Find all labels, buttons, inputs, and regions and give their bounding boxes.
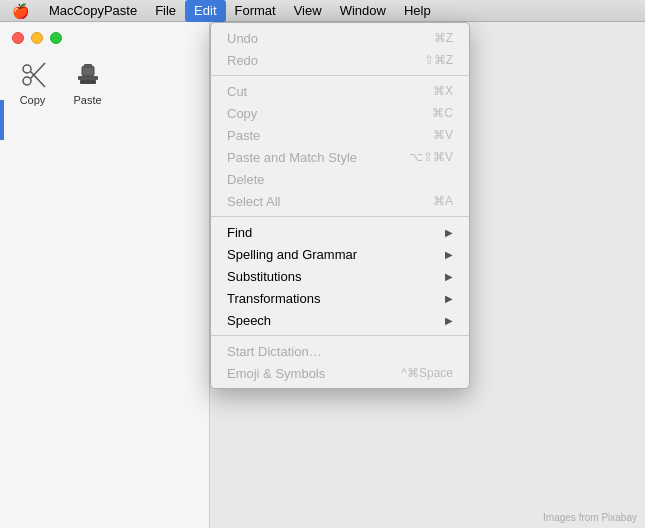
copy-tool[interactable]: Copy [10,59,55,106]
paste-match-label: Paste and Match Style [227,150,357,165]
spelling-label: Spelling and Grammar [227,247,357,262]
menu-item-select-all[interactable]: Select All ⌘A [211,190,469,212]
transformations-arrow: ▶ [445,293,453,304]
paste-label: Paste [227,128,260,143]
paste-match-shortcut: ⌥⇧⌘V [409,150,453,164]
maximize-button[interactable] [50,32,62,44]
menubar-edit[interactable]: Edit [185,0,225,22]
menu-item-substitutions[interactable]: Substitutions ▶ [211,265,469,287]
menu-item-redo[interactable]: Redo ⇧⌘Z [211,49,469,71]
menubar-format[interactable]: Format [226,0,285,22]
separator-1 [211,75,469,76]
menu-item-find[interactable]: Find ▶ [211,221,469,243]
menu-item-emoji[interactable]: Emoji & Symbols ^⌘Space [211,362,469,384]
menu-item-speech[interactable]: Speech ▶ [211,309,469,331]
speech-arrow: ▶ [445,315,453,326]
spelling-arrow: ▶ [445,249,453,260]
paste-label: Paste [73,94,101,106]
transformations-label: Transformations [227,291,320,306]
svg-line-3 [30,63,45,79]
menu-item-undo[interactable]: Undo ⌘Z [211,27,469,49]
speech-label: Speech [227,313,271,328]
menubar-file[interactable]: File [146,0,185,22]
redo-shortcut: ⇧⌘Z [424,53,453,67]
copy-label: Copy [227,106,257,121]
selection-indicator [0,100,4,140]
svg-point-1 [23,65,31,73]
separator-2 [211,216,469,217]
toolbar: Copy Paste [0,54,209,111]
menu-item-spelling[interactable]: Spelling and Grammar ▶ [211,243,469,265]
app-window: Copy Paste [0,22,210,528]
separator-3 [211,335,469,336]
svg-rect-4 [78,76,98,80]
substitutions-label: Substitutions [227,269,301,284]
emoji-shortcut: ^⌘Space [401,366,453,380]
traffic-lights [0,22,209,54]
dictation-label: Start Dictation… [227,344,322,359]
select-all-shortcut: ⌘A [433,194,453,208]
cut-label: Cut [227,84,247,99]
svg-line-2 [30,72,45,88]
menubar-help[interactable]: Help [395,0,440,22]
delete-label: Delete [227,172,265,187]
menubar-app[interactable]: MacCopyPaste [40,0,146,22]
paste-shortcut: ⌘V [433,128,453,142]
menubar-view[interactable]: View [285,0,331,22]
minimize-button[interactable] [31,32,43,44]
find-label: Find [227,225,252,240]
apple-menu[interactable]: 🍎 [0,3,40,19]
menu-item-delete[interactable]: Delete [211,168,469,190]
menu-item-paste[interactable]: Paste ⌘V [211,124,469,146]
menu-item-dictation[interactable]: Start Dictation… [211,340,469,362]
svg-rect-5 [80,80,96,84]
svg-point-0 [23,77,31,85]
close-button[interactable] [12,32,24,44]
menubar-window[interactable]: Window [331,0,395,22]
undo-label: Undo [227,31,258,46]
menu-item-cut[interactable]: Cut ⌘X [211,80,469,102]
cut-shortcut: ⌘X [433,84,453,98]
copy-shortcut: ⌘C [432,106,453,120]
redo-label: Redo [227,53,258,68]
copy-label: Copy [20,94,46,106]
find-arrow: ▶ [445,227,453,238]
paste-tool[interactable]: Paste [65,59,110,106]
menu-item-paste-match[interactable]: Paste and Match Style ⌥⇧⌘V [211,146,469,168]
menubar: 🍎 MacCopyPaste File Edit Format View Win… [0,0,645,22]
menu-item-transformations[interactable]: Transformations ▶ [211,287,469,309]
stamp-icon [72,59,104,91]
image-credit: Images from Pixabay [543,512,637,523]
edit-menu-dropdown: Undo ⌘Z Redo ⇧⌘Z Cut ⌘X Copy ⌘C Paste ⌘V… [210,22,470,389]
substitutions-arrow: ▶ [445,271,453,282]
svg-rect-7 [84,64,92,68]
select-all-label: Select All [227,194,280,209]
undo-shortcut: ⌘Z [434,31,453,45]
scissors-icon [17,59,49,91]
menu-item-copy[interactable]: Copy ⌘C [211,102,469,124]
emoji-label: Emoji & Symbols [227,366,325,381]
